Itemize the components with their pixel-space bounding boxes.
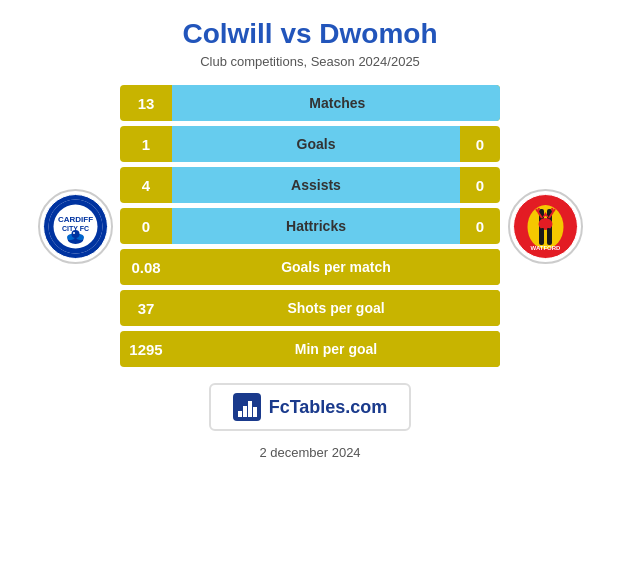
fctables-icon	[233, 393, 261, 421]
stat-bar-goals-per-match: Goals per match	[172, 249, 500, 285]
cardiff-svg: CARDIFF CITY FC	[43, 194, 108, 259]
svg-rect-30	[248, 401, 252, 417]
svg-point-10	[73, 232, 75, 234]
svg-line-23	[552, 208, 553, 212]
stat-row-hattricks: 0Hattricks0	[120, 208, 500, 244]
stat-left-matches: 13	[120, 95, 172, 112]
stat-bar-matches: Matches	[172, 85, 500, 121]
stat-bar-shots-per-goal: Shots per goal	[172, 290, 500, 326]
stat-row-matches: 13Matches2	[120, 85, 500, 121]
main-area: CARDIFF CITY FC 13Matches21Goals04Assist…	[0, 85, 620, 367]
stat-left-min-per-goal: 1295	[120, 341, 172, 358]
match-title: Colwill vs Dwomoh	[0, 18, 620, 50]
stat-left-assists: 4	[120, 177, 172, 194]
svg-text:CARDIFF: CARDIFF	[57, 215, 92, 224]
stat-bar-min-per-goal: Min per goal	[172, 331, 500, 367]
svg-rect-26	[547, 228, 550, 236]
stat-left-hattricks: 0	[120, 218, 172, 235]
stat-left-goals: 1	[120, 136, 172, 153]
stat-row-assists: 4Assists0	[120, 167, 500, 203]
svg-point-24	[538, 218, 552, 230]
stat-bar-assists: Assists	[172, 167, 460, 203]
stat-row-shots-per-goal: 37Shots per goal	[120, 290, 500, 326]
svg-line-21	[538, 208, 539, 212]
watford-logo: WATFORD	[508, 189, 583, 264]
stat-left-shots-per-goal: 37	[120, 300, 172, 317]
right-logo-container: WATFORD	[500, 189, 590, 264]
svg-rect-28	[238, 411, 242, 417]
left-logo-container: CARDIFF CITY FC	[30, 189, 120, 264]
svg-rect-31	[253, 407, 257, 417]
stat-right-hattricks: 0	[460, 218, 500, 235]
svg-point-9	[71, 230, 79, 238]
header: Colwill vs Dwomoh Club competitions, Sea…	[0, 0, 620, 75]
svg-rect-29	[243, 406, 247, 417]
svg-rect-25	[541, 228, 544, 236]
stat-left-goals-per-match: 0.08	[120, 259, 172, 276]
watermark: FcTables.com	[209, 383, 412, 431]
watford-svg: WATFORD	[513, 194, 578, 259]
footer-date: 2 december 2024	[259, 445, 360, 460]
stat-bar-hattricks: Hattricks	[172, 208, 460, 244]
svg-text:WATFORD: WATFORD	[530, 245, 561, 251]
stat-right-goals: 0	[460, 136, 500, 153]
stat-row-min-per-goal: 1295Min per goal	[120, 331, 500, 367]
footer: 2 december 2024	[259, 445, 360, 460]
watermark-text: FcTables.com	[269, 397, 388, 418]
stat-right-assists: 0	[460, 177, 500, 194]
stat-row-goals-per-match: 0.08Goals per match	[120, 249, 500, 285]
stat-bar-goals: Goals	[172, 126, 460, 162]
cardiff-logo: CARDIFF CITY FC	[38, 189, 113, 264]
stat-row-goals: 1Goals0	[120, 126, 500, 162]
match-subtitle: Club competitions, Season 2024/2025	[0, 54, 620, 69]
stats-area: 13Matches21Goals04Assists00Hattricks00.0…	[120, 85, 500, 367]
